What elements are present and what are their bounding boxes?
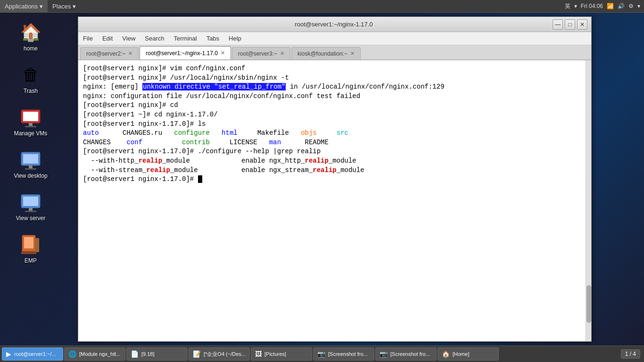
realip-desc2: realip (313, 166, 336, 174)
home-icon: 🏠 (19, 21, 42, 44)
svg-rect-11 (25, 211, 36, 212)
taskbar-home-icon: 🏠 (442, 350, 450, 358)
taskbar-home[interactable]: 🏠 [Home] (438, 347, 499, 361)
terminal-line-configure: [root@server1 nginx-1.17.0]# ./configure… (83, 147, 581, 156)
places-arrow: ▾ (73, 3, 76, 10)
icon-view-desktop[interactable]: View desktop (9, 146, 52, 181)
terminal-scroll-area: [root@server1 nginx]# vim conf/nginx.con… (78, 60, 591, 341)
icon-trash[interactable]: 🗑 Trash (9, 61, 52, 97)
taskbar-editor1[interactable]: 📄 [9.18] (126, 347, 188, 361)
taskbar-editor2-label: [*企业O4 (~/Des... (204, 351, 246, 358)
tab-kiosk[interactable]: kiosk@foundation:~ ✕ (291, 47, 361, 59)
taskbar-terminal-label: root@server1:~/... (14, 351, 56, 357)
tab-server1-nginx[interactable]: root@server1:~/nginx-1.17.0 ✕ (140, 46, 231, 59)
taskbar-editor2-icon: 📝 (193, 350, 201, 358)
realip-desc1: realip (305, 157, 329, 165)
maximize-button[interactable]: □ (565, 19, 575, 30)
terminal-line-2: [root@server1 nginx]# /usr/local/nginx/s… (83, 74, 581, 83)
ls-conf: conf (126, 139, 142, 146)
terminal-line-1: [root@server1 nginx]# vim conf/nginx.con… (83, 64, 581, 74)
terminal-menubar: File Edit View Search Terminal Tabs Help (78, 32, 591, 45)
view-server-icon (19, 191, 42, 214)
taskbar-right: 1 / 4 (621, 349, 642, 359)
taskbar-editor1-icon: 📄 (131, 350, 139, 358)
svg-rect-14 (21, 251, 36, 254)
tab-bar: root@server2:~ ✕ root@server1:~/nginx-1.… (78, 45, 591, 60)
taskbar-pictures-label: [Pictures] (264, 351, 286, 357)
menu-terminal[interactable]: Terminal (169, 32, 202, 45)
menu-search[interactable]: Search (140, 32, 169, 45)
svg-rect-15 (35, 238, 39, 252)
taskbar-pictures-icon: 🖼 (255, 350, 262, 358)
scrollbar-track[interactable] (586, 60, 591, 341)
top-panel: Applications ▾ Places ▾ 英 ▾ Fri 04:06 📶 … (0, 0, 644, 13)
ls-configure: configure (174, 129, 210, 137)
svg-rect-10 (29, 208, 33, 211)
tab-server2[interactable]: root@server2:~ ✕ (80, 47, 139, 59)
applications-label: Applications (5, 3, 38, 10)
svg-rect-7 (25, 168, 36, 170)
tab-server2-label: root@server2:~ (86, 50, 125, 57)
svg-rect-1 (23, 112, 38, 121)
taskbar-editor2[interactable]: 📝 [*企业O4 (~/Des... (189, 347, 250, 361)
terminal-line-prompt: [root@server1 nginx-1.17.0]# (83, 175, 581, 184)
close-button[interactable]: ✕ (577, 19, 587, 30)
menu-view[interactable]: View (117, 32, 140, 45)
tab-server3-close[interactable]: ✕ (280, 50, 284, 57)
tab-server1-nginx-close[interactable]: ✕ (221, 50, 225, 56)
icon-view-server[interactable]: View server (9, 189, 52, 224)
applications-menu[interactable]: Applications ▾ (0, 0, 48, 13)
trash-icon: 🗑 (19, 64, 42, 86)
wifi-icon: 📶 (607, 3, 614, 9)
terminal-line-ls1: auto CHANGES.ru configure html Makefile … (83, 129, 581, 138)
system-icon: ⚙ (628, 3, 634, 9)
view-desktop-label: View desktop (14, 173, 47, 179)
ls-contrib: contrib (182, 139, 210, 146)
minimize-button[interactable]: — (553, 19, 563, 30)
taskbar-editor1-label: [9.18] (141, 351, 155, 357)
ls-objs: objs (301, 129, 317, 137)
terminal-title: root@server1:~/nginx-1.17.0 (115, 21, 553, 28)
tab-server3-label: root@server3:~ (238, 50, 277, 57)
taskbar-pictures[interactable]: 🖼 [Pictures] (251, 347, 312, 361)
taskbar-terminal[interactable]: ▶ root@server1:~/... (2, 347, 63, 361)
places-menu[interactable]: Places ▾ (48, 0, 81, 13)
menu-tabs[interactable]: Tabs (202, 32, 224, 45)
taskbar: ▶ root@server1:~/... 🌐 [Module ngx_htt..… (0, 346, 644, 362)
taskbar-home-label: [Home] (453, 351, 469, 357)
svg-rect-2 (29, 123, 33, 126)
taskbar-firefox[interactable]: 🌐 [Module ngx_htt... (64, 347, 125, 361)
menu-edit[interactable]: Edit (98, 32, 117, 45)
tab-server1-nginx-label: root@server1:~/nginx-1.17.0 (146, 50, 218, 57)
taskbar-firefox-icon: 🌐 (68, 350, 76, 358)
terminal-line-3: nginx: [emerg] unknown directive "set_re… (83, 82, 581, 92)
terminal-titlebar: root@server1:~/nginx-1.17.0 — □ ✕ (78, 17, 591, 32)
tab-server3[interactable]: root@server3:~ ✕ (232, 47, 290, 59)
icon-emp[interactable]: EMP (9, 231, 52, 266)
taskbar-screenshot2[interactable]: 📷 [Screenshot fro... (375, 347, 437, 361)
applications-arrow: ▾ (40, 3, 43, 10)
svg-rect-5 (23, 154, 38, 164)
tab-kiosk-label: kiosk@foundation:~ (297, 50, 347, 57)
manage-vms-label: Manage VMs (14, 130, 48, 137)
terminal-line-ls2: CHANGES conf contrib LICENSE man README (83, 138, 581, 148)
tab-server2-close[interactable]: ✕ (128, 50, 132, 57)
taskbar-screenshot2-icon: 📷 (380, 350, 388, 358)
window-controls: — □ ✕ (553, 19, 587, 30)
taskbar-screenshot1[interactable]: 📷 [Screenshot fro... (313, 347, 374, 361)
menu-file[interactable]: File (78, 32, 98, 45)
ls-man: man (269, 139, 281, 146)
taskbar-screenshot1-label: [Screenshot fro... (328, 351, 368, 357)
icon-manage-vms[interactable]: Manage VMs (9, 104, 52, 139)
terminal-content[interactable]: [root@server1 nginx]# vim conf/nginx.con… (78, 60, 586, 341)
svg-rect-13 (24, 237, 33, 248)
desktop-icon-area: 🏠 home 🗑 Trash Manage VMs View desktop (9, 19, 52, 266)
taskbar-screenshot1-icon: 📷 (317, 350, 325, 358)
home-label: home (24, 45, 38, 52)
icon-home[interactable]: 🏠 home (9, 19, 52, 54)
scrollbar-thumb[interactable] (586, 285, 591, 323)
view-server-label: View server (16, 215, 45, 222)
input-method[interactable]: 英 (565, 2, 570, 10)
menu-help[interactable]: Help (224, 32, 246, 45)
tab-kiosk-close[interactable]: ✕ (350, 50, 355, 57)
